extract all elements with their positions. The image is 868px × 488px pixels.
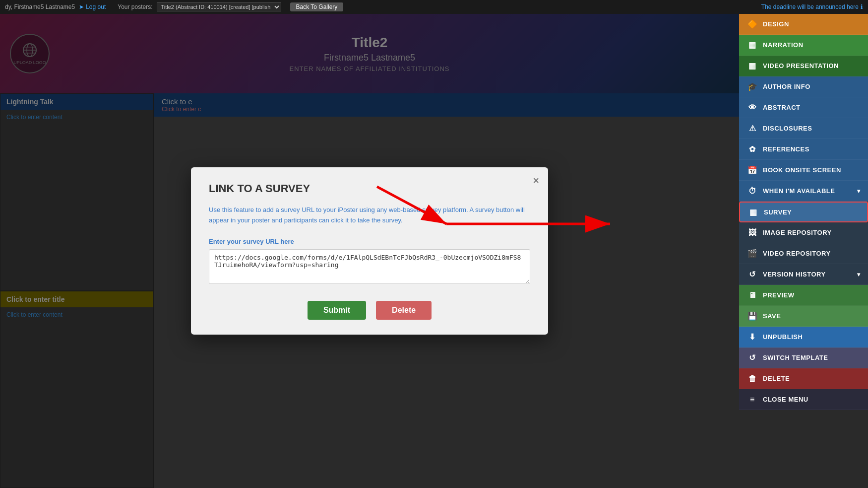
sidebar-label-video-pres: VIDEO PRESENTATION — [763, 62, 839, 70]
deadline-text: The deadline will be announced here — [761, 3, 859, 10]
sidebar-label-disclosures: DISCLOSURES — [763, 125, 812, 132]
book-onsite-icon: 📅 — [747, 165, 758, 176]
poster-select[interactable]: Title2 (Abstract ID: 410014) [created] [… — [157, 2, 281, 11]
close-menu-icon: ≡ — [747, 394, 758, 405]
author-info-icon: 🎓 — [747, 81, 758, 92]
sidebar-item-when-available[interactable]: ⏱WHEN I'M AVAILABLE▾ — [739, 181, 868, 202]
references-icon: ✿ — [747, 144, 758, 155]
survey-url-input[interactable]: https://docs.google.com/forms/d/e/1FAlpQ… — [209, 249, 530, 284]
modal-close-button[interactable]: × — [533, 174, 539, 187]
modal-url-label: Enter your survey URL here — [209, 238, 530, 245]
delete-icon: 🗑 — [747, 373, 758, 384]
main-area: UPLOAD LOGO Title2 Firstname5 Lastname5 … — [0, 14, 868, 488]
sidebar-item-image-repo[interactable]: 🖼IMAGE REPOSITORY — [739, 222, 868, 243]
sidebar-item-survey[interactable]: ▦SURVEY — [739, 202, 868, 222]
poster-canvas: UPLOAD LOGO Title2 Firstname5 Lastname5 … — [0, 14, 739, 488]
sidebar-item-video-repo[interactable]: 🎬VIDEO REPOSITORY — [739, 243, 868, 264]
sidebar-item-close-menu[interactable]: ≡CLOSE MENU — [739, 389, 868, 410]
survey-icon: ▦ — [748, 207, 759, 217]
sidebar-item-design[interactable]: 🔶DESIGN — [739, 14, 868, 35]
sidebar-label-version-history: VERSION HISTORY — [763, 271, 826, 278]
narration-icon: ▦ — [747, 40, 758, 51]
sidebar-item-save[interactable]: 💾SAVE — [739, 306, 868, 327]
save-icon: 💾 — [747, 311, 758, 322]
delete-button[interactable]: Delete — [376, 301, 432, 320]
sidebar-label-design: DESIGN — [763, 20, 789, 28]
submit-button[interactable]: Submit — [308, 301, 366, 320]
sidebar-item-unpublish[interactable]: ⬇UNPUBLISH — [739, 327, 868, 348]
sidebar-item-book-onsite[interactable]: 📅BOOK ONSITE SCREEN — [739, 160, 868, 181]
sidebar-label-preview: PREVIEW — [763, 291, 794, 299]
top-bar: dy, Firstname5 Lastname5 ➤ Log out Your … — [0, 0, 868, 14]
design-icon: 🔶 — [747, 19, 758, 30]
sidebar-label-close-menu: CLOSE MENU — [763, 396, 808, 403]
survey-modal: × LINK TO A SURVEY Use this feature to a… — [191, 167, 548, 335]
disclosures-icon: ⚠ — [747, 123, 758, 134]
sidebar-label-video-repo: VIDEO REPOSITORY — [763, 250, 831, 257]
abstract-icon: 👁 — [747, 102, 758, 113]
when-available-icon: ⏱ — [747, 186, 758, 197]
sidebar-item-delete[interactable]: 🗑DELETE — [739, 368, 868, 389]
sidebar-label-abstract: ABSTRACT — [763, 104, 801, 111]
sidebar-item-video-pres[interactable]: ▦VIDEO PRESENTATION — [739, 56, 868, 76]
sidebar-item-abstract[interactable]: 👁ABSTRACT — [739, 97, 868, 118]
sidebar-item-author-info[interactable]: 🎓AUTHOR INFO — [739, 76, 868, 97]
posters-label: Your posters: — [118, 3, 152, 10]
back-to-gallery-button[interactable]: Back To Gallery — [290, 2, 344, 11]
modal-overlay[interactable]: × LINK TO A SURVEY Use this feature to a… — [0, 14, 739, 488]
sidebar: 🔶DESIGN▦NARRATION▦VIDEO PRESENTATION🎓AUT… — [739, 14, 868, 488]
sidebar-label-references: REFERENCES — [763, 145, 809, 153]
video-pres-icon: ▦ — [747, 61, 758, 71]
sidebar-item-narration[interactable]: ▦NARRATION — [739, 35, 868, 56]
sidebar-label-narration: NARRATION — [763, 41, 804, 49]
sidebar-label-image-repo: IMAGE REPOSITORY — [763, 229, 832, 236]
sidebar-item-disclosures[interactable]: ⚠DISCLOSURES — [739, 118, 868, 139]
chevron-down-icon: ▾ — [857, 188, 861, 195]
sidebar-label-book-onsite: BOOK ONSITE SCREEN — [763, 166, 841, 174]
logout-icon: ➤ — [79, 3, 84, 10]
preview-icon: 🖥 — [747, 290, 758, 301]
deadline-notice: The deadline will be announced here ℹ — [761, 3, 863, 10]
modal-title: LINK TO A SURVEY — [209, 182, 530, 195]
logout-button[interactable]: ➤ Log out — [79, 3, 106, 10]
chevron-down-icon: ▾ — [857, 271, 861, 278]
video-repo-icon: 🎬 — [747, 248, 758, 259]
version-history-icon: ↺ — [747, 269, 758, 280]
sidebar-label-survey: SURVEY — [764, 209, 792, 216]
modal-description: Use this feature to add a survey URL to … — [209, 205, 530, 226]
sidebar-item-references[interactable]: ✿REFERENCES — [739, 139, 868, 160]
modal-buttons: Submit Delete — [209, 301, 530, 320]
sidebar-item-preview[interactable]: 🖥PREVIEW — [739, 285, 868, 306]
sidebar-label-switch-template: SWITCH TEMPLATE — [763, 354, 828, 361]
unpublish-icon: ⬇ — [747, 332, 758, 343]
sidebar-item-version-history[interactable]: ↺VERSION HISTORY▾ — [739, 264, 868, 285]
sidebar-label-when-available: WHEN I'M AVAILABLE — [763, 187, 835, 195]
sidebar-label-save: SAVE — [763, 312, 781, 320]
sidebar-item-switch-template[interactable]: ↺SWITCH TEMPLATE — [739, 348, 868, 368]
image-repo-icon: 🖼 — [747, 227, 758, 238]
sidebar-label-delete: DELETE — [763, 375, 790, 382]
switch-template-icon: ↺ — [747, 352, 758, 363]
top-bar-left: dy, Firstname5 Lastname5 ➤ Log out Your … — [5, 2, 343, 11]
user-label: dy, Firstname5 Lastname5 — [5, 3, 75, 10]
info-icon: ℹ — [861, 3, 863, 10]
sidebar-label-unpublish: UNPUBLISH — [763, 333, 803, 341]
sidebar-label-author-info: AUTHOR INFO — [763, 83, 810, 90]
